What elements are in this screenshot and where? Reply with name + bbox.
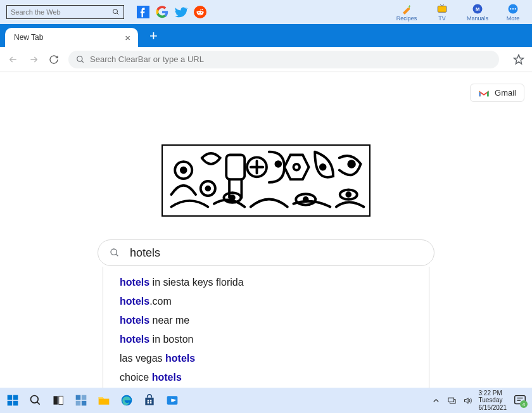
clock-date: 6/15/2021 [479,404,507,412]
gmail-shortcut[interactable]: Gmail [470,84,524,102]
suggestion-row[interactable]: choice hotels [103,368,429,387]
suggestion-row[interactable]: hotels.com [103,292,429,311]
svg-rect-42 [82,395,87,400]
search-icon [110,248,120,258]
svg-rect-39 [54,396,58,404]
reddit-icon[interactable] [194,6,206,18]
svg-rect-52 [448,398,453,402]
reload-button[interactable] [48,54,60,65]
clock-day: Tuesday [479,397,503,404]
bookmark-label: Recipes [396,15,417,22]
svg-point-37 [31,396,39,403]
system-tray: 3:22 PM Tuesday 6/15/2021 4 [431,390,528,412]
main-search-box[interactable] [98,239,434,266]
tab-active[interactable]: New Tab × [5,28,138,47]
bookmark-label: Manuals [467,15,488,22]
svg-point-30 [346,193,350,196]
bookmark-manuals[interactable]: M Manuals [465,3,490,22]
notification-badge: 4 [520,400,528,408]
twitter-icon[interactable] [175,6,187,18]
suggestion-panel: hotels in siesta keys florida hotels.com… [103,267,429,393]
taskbar-search-icon[interactable] [28,393,43,408]
svg-point-21 [276,162,281,167]
svg-rect-49 [148,402,149,404]
suggestion-row[interactable]: hotels in boston [103,330,429,349]
svg-rect-50 [150,402,152,404]
svg-line-38 [37,402,40,405]
svg-text:M: M [476,6,479,12]
manuals-icon: M [472,3,483,15]
svg-rect-33 [8,395,13,400]
tab-strip: New Tab × + [0,24,532,47]
notifications-icon[interactable]: 4 [513,393,527,407]
bookmark-recipes[interactable]: Recipes [394,3,419,22]
store-icon[interactable] [142,393,157,408]
volume-icon[interactable] [463,396,472,405]
svg-point-26 [231,196,234,200]
suggestion-row[interactable]: las vegas hotels [103,349,429,368]
new-tab-button[interactable]: + [149,28,158,44]
bookmark-tv[interactable]: TV [429,3,455,22]
svg-point-12 [515,8,516,9]
tab-label: New Tab [14,33,43,42]
more-icon [507,3,519,15]
svg-point-18 [206,187,210,191]
address-bar[interactable] [68,51,499,68]
gmail-icon [478,89,490,98]
doodle-icon [163,146,369,215]
hero-artwork [162,144,370,217]
facebook-icon[interactable] [137,6,149,18]
svg-rect-44 [82,401,87,406]
suggestion-row[interactable]: hotels near me [103,311,429,330]
ribbon-search-input[interactable] [11,8,112,16]
forward-button[interactable] [28,54,39,65]
task-view-icon[interactable] [51,393,66,408]
svg-rect-46 [145,398,153,405]
media-icon[interactable] [165,393,180,408]
omnibox-input[interactable] [90,54,491,64]
svg-point-16 [181,168,186,173]
svg-rect-4 [438,6,446,12]
suggestion-row[interactable]: hotels in siesta keys florida [103,273,429,292]
svg-rect-34 [13,395,18,400]
windows-taskbar: 3:22 PM Tuesday 6/15/2021 4 [0,388,532,413]
gmail-label: Gmail [495,88,516,98]
svg-point-23 [320,165,326,170]
ribbon-search-box[interactable] [6,5,124,19]
close-icon[interactable]: × [125,32,130,43]
file-explorer-icon[interactable] [96,393,111,408]
back-button[interactable] [8,54,19,65]
svg-point-31 [111,249,117,255]
svg-point-24 [348,161,355,167]
svg-point-11 [512,8,514,9]
taskbar-clock[interactable]: 3:22 PM Tuesday 6/15/2021 [479,390,507,412]
svg-rect-36 [13,401,18,406]
svg-rect-43 [76,401,81,406]
svg-rect-47 [148,400,149,402]
svg-line-32 [116,254,118,256]
svg-point-13 [77,56,82,61]
svg-point-28 [304,198,308,201]
main-search-input[interactable] [130,246,422,260]
search-icon [76,55,85,64]
bookmark-more[interactable]: More [500,3,526,22]
tv-icon [436,3,448,15]
svg-rect-19 [226,155,244,179]
svg-rect-48 [150,400,152,402]
bookmark-label: More [507,15,520,22]
network-icon[interactable] [447,396,457,405]
edge-icon[interactable] [119,393,134,408]
google-icon[interactable] [156,6,168,18]
search-icon [112,8,120,16]
clock-time: 3:22 PM [479,390,502,397]
svg-point-22 [293,164,300,170]
svg-line-1 [117,13,119,15]
chevron-up-icon[interactable] [431,396,441,405]
widgets-icon[interactable] [73,393,89,408]
bookmark-ribbon: Recipes TV M Manuals More [0,0,532,24]
bookmark-star-icon[interactable] [513,54,524,65]
svg-point-0 [113,10,118,14]
svg-rect-41 [76,395,81,400]
start-button[interactable] [5,393,20,408]
svg-rect-35 [8,401,13,406]
